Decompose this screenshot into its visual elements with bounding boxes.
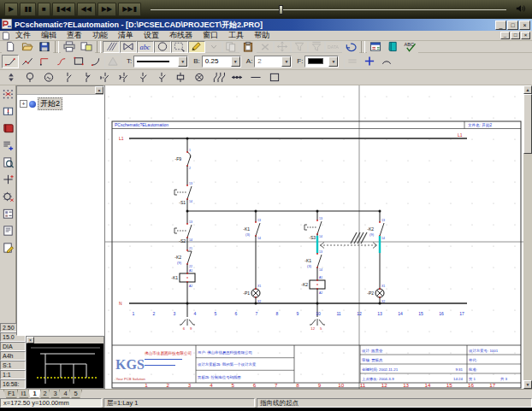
objects-button[interactable] [1,207,15,220]
last-frame-button[interactable]: ▶▶▮ [118,3,141,16]
database-button[interactable] [384,41,401,53]
grid-snap-button[interactable] [1,87,15,101]
open-button[interactable] [19,41,36,53]
chevron-down-icon[interactable]: ▼ [281,56,291,67]
menu-item-4[interactable]: 清单 [113,30,139,41]
corner-tool[interactable] [36,55,53,68]
page-tab-5[interactable]: 5 [69,390,82,398]
schematic-canvas[interactable]: PCschematic?ELautomation文件名: 开始2L1L1N12-… [104,85,523,389]
sym-button-nc[interactable] [96,71,115,85]
line-width-select[interactable]: 0.25 ▼ [202,56,241,68]
line-tool[interactable] [2,55,19,68]
chevron-down-icon[interactable]: ▼ [231,56,240,67]
paste-button[interactable] [239,41,257,53]
window-list-button[interactable] [367,41,384,53]
chevron-down-icon[interactable]: ▼ [328,56,338,67]
minimize-button[interactable]: _ [495,21,506,30]
sym-contact-arrow[interactable] [133,71,152,85]
delete-button[interactable] [257,41,274,53]
page-tab-F1[interactable]: F1 [3,390,20,398]
mdi-close-button[interactable]: × [521,32,530,39]
manual-button[interactable] [1,121,15,135]
scroll-down-icon[interactable]: ▼ [523,380,532,389]
status-cell-3[interactable]: A4h [0,351,26,361]
area-select-button[interactable] [171,41,188,53]
snap-cross-tool[interactable] [361,55,378,68]
stop-button[interactable]: ■ [38,3,50,16]
menu-item-2[interactable]: 查看 [62,30,87,41]
arc-t+ool[interactable] [87,55,104,68]
forward-button[interactable]: ▶▶ [98,3,116,16]
project-name[interactable]: 开始2 [38,97,62,110]
vertical-scrollbar[interactable]: ▲ ▼ [523,85,532,389]
sym-line[interactable] [246,71,265,85]
sym-button-no[interactable] [115,71,133,85]
zoom-window-button[interactable] [120,41,137,53]
parallel-tool[interactable] [344,55,361,68]
text-mode-button[interactable]: abc [137,41,154,53]
sym-coil[interactable] [171,71,190,85]
print-setup-button[interactable] [78,41,95,53]
zoom-page-button[interactable] [1,156,15,169]
edit-page-button[interactable] [1,241,15,255]
expand-button[interactable] [205,41,222,53]
close-icon[interactable]: × [95,86,103,94]
tree-expand-icon[interactable]: + [20,100,27,108]
symbol-menu-button[interactable] [1,104,15,118]
arc-seg-tool[interactable] [378,55,395,68]
status-cell-6[interactable]: 16:58: [0,379,26,389]
media-slider-handle[interactable] [279,5,283,15]
sym-contact-arrow2[interactable] [152,71,171,85]
menu-item-5[interactable]: 设置 [139,30,164,41]
sym-contact-no[interactable] [58,71,77,85]
copy-button[interactable] [222,41,239,53]
sym-lamp-x[interactable] [190,71,209,85]
sym-contact-nc[interactable] [77,71,96,85]
media-slider[interactable] [151,3,506,15]
filter-b-button[interactable] [308,41,325,53]
text-height-select[interactable]: 2 ▼ [254,56,292,68]
scroll-thumb[interactable] [523,94,532,154]
filter-a-button[interactable] [291,41,308,53]
menu-item-0[interactable]: 文件 [10,30,36,41]
sym-three-phase[interactable] [209,71,228,85]
tree-item-project[interactable]: + 开始2 [20,97,103,110]
sym-signal-lamp[interactable] [21,71,39,85]
fill-tool[interactable] [104,55,121,68]
settings-button[interactable] [1,190,15,203]
rewind-button[interactable]: ◀◀ [77,3,96,16]
restore-button[interactable]: □ [507,21,518,30]
line-type-select[interactable]: ▼ [133,56,188,68]
list-button[interactable] [1,138,15,152]
zoom-lines-button[interactable] [103,41,120,53]
play-button[interactable]: ▶ [4,3,18,16]
sym-terminal-strip[interactable] [228,71,246,85]
menu-item-7[interactable]: 窗口 [198,30,223,41]
page-tab-1[interactable]: 1 [28,390,41,398]
print-button[interactable] [61,41,78,53]
move-button[interactable] [274,41,291,53]
first-frame-button[interactable]: ▮◀◀ [52,3,75,16]
rect-tool[interactable] [70,55,87,68]
menu-item-9[interactable]: 帮助 [249,30,275,41]
menu-item-8[interactable]: 工具 [223,30,249,41]
status-cell-4[interactable]: S:1 [0,361,26,370]
draw-mode-button[interactable] [188,41,205,53]
close-button[interactable]: × [519,21,530,30]
menu-item-3[interactable]: 功能 [87,30,113,41]
speaker-icon[interactable] [515,2,527,17]
new-button[interactable] [2,41,19,53]
overview-canvas[interactable] [27,343,103,388]
pause-button[interactable]: ▮▮ [20,3,36,16]
data-button[interactable]: DATA [325,41,342,53]
mdi-restore-button[interactable]: □ [511,32,520,39]
curve-tool[interactable] [53,55,70,68]
chevron-down-icon[interactable]: ▼ [178,56,187,67]
menu-item-1[interactable]: 编辑 [36,30,62,41]
overview-titlebar[interactable]: × [27,337,103,343]
color-select[interactable]: ▼ [304,56,339,68]
pointer-button[interactable] [1,173,15,186]
spellcheck-button[interactable]: ABC [401,41,418,53]
symbol-spinner[interactable] [2,71,21,85]
status-cell-2[interactable]: DIA [0,342,26,351]
